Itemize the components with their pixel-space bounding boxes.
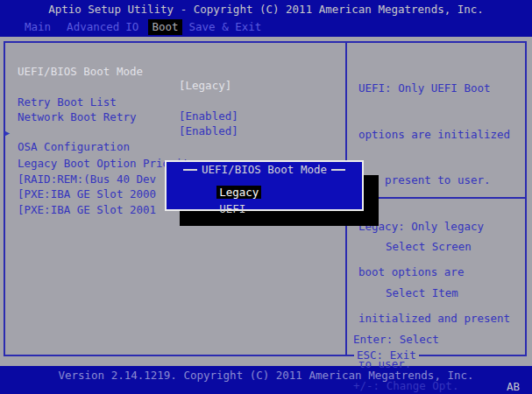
submenu-arrow-icon: ▶ [4, 126, 10, 140]
tab-boot[interactable]: Boot [148, 19, 181, 35]
tab-advanced[interactable]: Advanced [67, 19, 119, 35]
popup-option-legacy[interactable]: Legacy [177, 172, 261, 186]
setting-row-boot-mode[interactable]: UEFI/BIOS Boot Mode [Legacy] [0, 51, 344, 65]
key-hints-panel: Select Screen Select Item Enter: Select … [353, 208, 527, 394]
boot-mode-popup: UEFI/BIOS Boot Mode Legacy UEFI [165, 160, 364, 211]
popup-title-dash-left [183, 169, 197, 171]
help-line: and present to user. [358, 172, 527, 188]
setting-row-retry-boot-list[interactable]: Retry Boot List [Enabled] [0, 81, 344, 95]
tab-save-exit[interactable]: Save & Exit [189, 19, 262, 35]
setting-row-osa-configuration[interactable]: ▶ OSA Configuration [0, 112, 344, 126]
window-title: Aptio Setup Utility - Copyright (C) 2011… [0, 3, 532, 17]
hint-esc-exit: ESC: Exit [354, 349, 419, 362]
bios-setup-screen: Aptio Setup Utility - Copyright (C) 2011… [0, 0, 532, 394]
boot-entry-label: [PXE:IBA GE Slot 2001 [18, 203, 156, 217]
menu-bar: Main Advanced IO Boot Save & Exit [25, 19, 261, 35]
hint-enter-select: Enter: Select [353, 332, 527, 348]
popup-option-uefi[interactable]: UEFI [180, 188, 245, 202]
setting-row-network-boot-retry[interactable]: Network Boot Retry [Enabled] [0, 96, 344, 110]
help-line: UEFI: Only UEFI Boot [358, 81, 527, 96]
popup-title-dash-right [331, 169, 345, 171]
hint-change-opt: +/-: Change Opt. [353, 378, 527, 394]
tab-main[interactable]: Main [25, 19, 51, 35]
setting-value: [Enabled] [179, 124, 238, 138]
section-title-legacy-boot-priority: Legacy Boot Option Priority [0, 143, 344, 157]
popup-option-label: UEFI [219, 202, 245, 215]
help-line: options are initialized [358, 127, 527, 143]
setting-label: UEFI/BIOS Boot Mode [18, 65, 143, 79]
hint-select-screen: Select Screen [353, 239, 527, 255]
tab-io[interactable]: IO [125, 19, 138, 35]
hint-select-item: Select Item [353, 285, 527, 301]
